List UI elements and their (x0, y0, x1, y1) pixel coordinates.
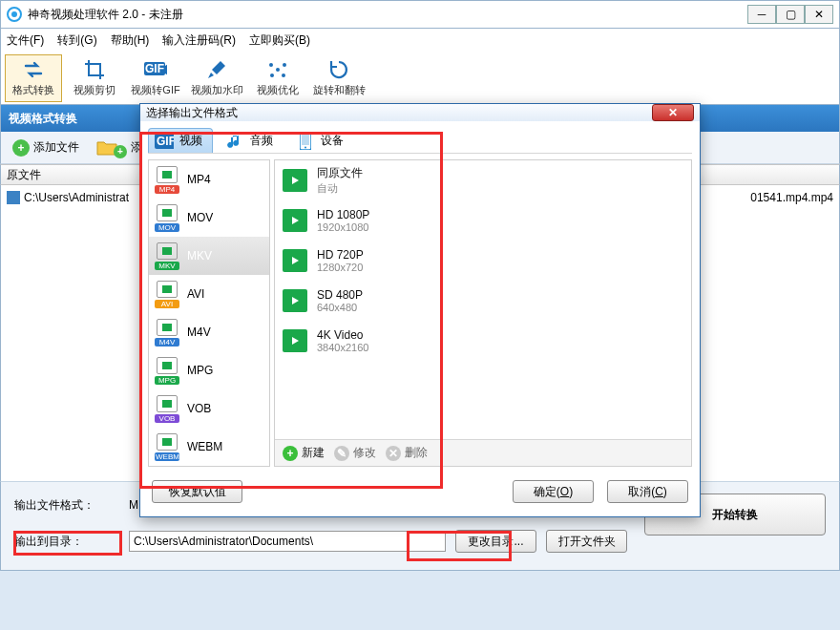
format-label: MKV (187, 249, 212, 262)
crop-icon (83, 58, 106, 81)
gif-badge-icon: GIF (155, 134, 174, 149)
svg-point-11 (304, 146, 306, 148)
output-dir-label: 输出到目录： (14, 534, 119, 550)
plus-icon: + (114, 145, 127, 158)
plus-icon: + (12, 139, 30, 157)
tool-watermark[interactable]: 视频加水印 (188, 54, 245, 102)
music-icon (225, 134, 244, 149)
preset-item[interactable]: HD 720P 1280x720 (275, 241, 691, 281)
format-label: WEBM (187, 440, 222, 453)
change-dir-button[interactable]: 更改目录... (455, 530, 536, 553)
film-icon (283, 329, 307, 352)
format-label: M4V (187, 326, 211, 339)
preset-sub: 1920x1080 (317, 221, 369, 233)
preset-name: SD 480P (317, 288, 363, 302)
format-label: AVI (187, 287, 204, 301)
preset-sub: 3840x2160 (317, 342, 368, 353)
format-item-m4v[interactable]: M4V M4V (149, 313, 269, 351)
format-badge-icon: M4V (155, 318, 179, 346)
dialog-tabs: GIF 视频 音频 设备 (148, 127, 692, 154)
dialog-close-button[interactable]: ✕ (652, 104, 694, 121)
preset-sub: 1280x720 (317, 262, 364, 273)
svg-point-5 (270, 74, 274, 77)
film-icon (283, 209, 307, 232)
video-file-icon (7, 191, 20, 204)
preset-item[interactable]: 同原文件 自动 (275, 160, 691, 200)
svg-text:GIF: GIF (157, 135, 174, 148)
svg-point-6 (282, 74, 285, 77)
title-bar: 神奇视频处理软件 2.0 - 未注册 ─ ▢ ✕ (0, 0, 840, 29)
format-item-mp4[interactable]: MP4 MP4 (149, 160, 269, 199)
format-item-mpg[interactable]: MPG MPG (149, 351, 269, 389)
film-icon (283, 249, 307, 272)
format-badge-icon: WEBM (155, 432, 179, 461)
reset-defaults-button[interactable]: 恢复默认值 (152, 480, 242, 503)
gif-icon: GIF (144, 58, 167, 81)
menu-bar: 文件(F) 转到(G) 帮助(H) 输入注册码(R) 立即购买(B) (0, 29, 840, 52)
tab-video[interactable]: GIF 视频 (148, 128, 213, 153)
tool-video-cut[interactable]: 视频剪切 (66, 54, 123, 102)
main-toolbar: 格式转换 视频剪切 GIF 视频转GIF 视频加水印 视频优化 旋转和翻转 (0, 52, 840, 105)
sparkle-icon (266, 58, 289, 81)
preset-name: 4K Video (317, 328, 368, 342)
maximize-button[interactable]: ▢ (776, 5, 805, 24)
preset-footer: +新建 ✎修改 ✕删除 (275, 439, 691, 466)
brush-icon (205, 58, 228, 81)
format-badge-icon: MPG (155, 356, 179, 385)
menu-goto[interactable]: 转到(G) (57, 32, 96, 49)
window-title: 神奇视频处理软件 2.0 - 未注册 (28, 7, 747, 23)
ok-button[interactable]: 确定(O) (513, 480, 594, 503)
preset-item[interactable]: HD 1080P 1920x1080 (275, 200, 691, 241)
output-dir-input[interactable] (129, 531, 446, 552)
preset-panel: 同原文件 自动 HD 1080P 1920x1080 HD 720P 1280x… (274, 159, 692, 467)
dialog-title: 选择输出文件格式 (146, 105, 652, 121)
format-item-avi[interactable]: AVI AVI (149, 275, 269, 313)
menu-help[interactable]: 帮助(H) (111, 32, 150, 49)
tool-format-convert[interactable]: 格式转换 (5, 54, 62, 102)
format-dialog: 选择输出文件格式 ✕ GIF 视频 音频 设备 MP4 MP4 (139, 103, 701, 517)
minimize-button[interactable]: ─ (747, 5, 776, 24)
format-item-mov[interactable]: MOV MOV (149, 199, 269, 237)
preset-list[interactable]: 同原文件 自动 HD 1080P 1920x1080 HD 720P 1280x… (275, 160, 691, 439)
rotate-icon (327, 58, 350, 81)
dialog-title-bar: 选择输出文件格式 ✕ (140, 104, 700, 121)
preset-sub: 自动 (317, 181, 363, 196)
tab-audio[interactable]: 音频 (219, 128, 284, 153)
format-label: VOB (187, 402, 211, 415)
add-files-button[interactable]: + 添加文件 (7, 136, 85, 160)
format-badge-icon: MKV (155, 242, 179, 270)
format-badge-icon: AVI (155, 280, 179, 308)
open-folder-button[interactable]: 打开文件夹 (546, 530, 627, 553)
svg-text:GIF: GIF (145, 62, 164, 75)
device-icon (296, 134, 315, 149)
format-list[interactable]: MP4 MP4 MOV MOV MKV MKV AVI AVI M4V M4V … (148, 159, 270, 467)
tool-rotate-flip[interactable]: 旋转和翻转 (310, 54, 368, 102)
format-item-mkv[interactable]: MKV MKV (149, 237, 269, 275)
menu-file[interactable]: 文件(F) (7, 32, 44, 49)
format-badge-icon: VOB (155, 394, 179, 423)
format-label: MP4 (187, 173, 211, 186)
output-format-label: 输出文件格式： (14, 497, 119, 514)
tool-optimize[interactable]: 视频优化 (249, 54, 306, 102)
menu-register[interactable]: 输入注册码(R) (162, 32, 236, 49)
tab-device[interactable]: 设备 (289, 128, 354, 153)
tool-video-to-gif[interactable]: GIF 视频转GIF (127, 54, 184, 102)
svg-point-3 (269, 63, 273, 67)
preset-sub: 640x480 (317, 302, 363, 313)
preset-delete-button[interactable]: ✕删除 (386, 445, 428, 461)
preset-name: 同原文件 (317, 165, 363, 181)
cancel-button[interactable]: 取消(C) (607, 480, 688, 503)
format-item-webm[interactable]: WEBM WEBM (149, 428, 269, 466)
close-button[interactable]: ✕ (805, 5, 833, 24)
preset-item[interactable]: 4K Video 3840x2160 (275, 321, 691, 361)
preset-name: HD 720P (317, 248, 364, 262)
svg-point-4 (283, 63, 286, 67)
convert-icon (22, 58, 45, 81)
preset-new-button[interactable]: +新建 (283, 445, 325, 461)
format-label: MPG (187, 364, 213, 377)
preset-item[interactable]: SD 480P 640x480 (275, 281, 691, 321)
preset-edit-button[interactable]: ✎修改 (334, 445, 376, 461)
app-icon (7, 7, 22, 22)
menu-buy[interactable]: 立即购买(B) (249, 32, 310, 49)
format-item-vob[interactable]: VOB VOB (149, 389, 269, 428)
